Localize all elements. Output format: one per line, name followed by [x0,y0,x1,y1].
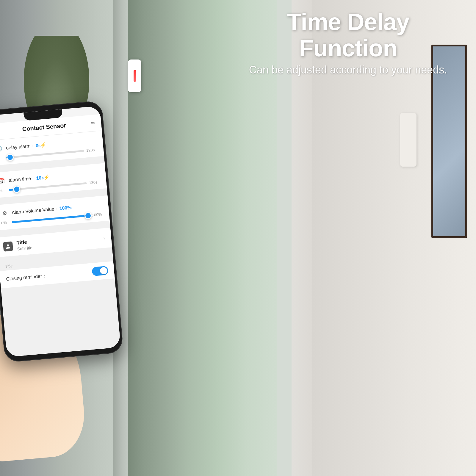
alarm-volume-icon: ⚙ [0,209,9,218]
alarm-time-separator: · [31,176,35,181]
alarm-volume-max: 100% [92,212,103,217]
alarm-volume-separator: · [54,206,59,212]
alarm-time-max: 180s [89,180,101,185]
toggle-thumb [100,267,107,275]
list-item-chevron: › [103,235,106,241]
delay-alarm-separator: · [30,143,35,149]
alarm-time-thumb[interactable] [13,185,21,193]
headline-section: Time Delay Function Can be adjusted acco… [244,9,452,76]
list-item-text: Title SubTitle [16,233,104,251]
list-item-icon [3,241,13,252]
sensor-indicator [134,70,136,82]
alarm-volume-min: 0% [1,220,10,225]
intercom [400,113,416,167]
edit-button[interactable]: ✏ [90,120,95,126]
delay-alarm-max: 120s [86,147,98,153]
closing-reminder-toggle[interactable] [92,266,108,276]
alarm-volume-thumb[interactable] [84,212,92,219]
phone-screen: ‹ Contact Sensor ✏ 🕐 delay alarm · 0s⚡ 0… [0,106,121,357]
delay-alarm-min: 0s [0,156,4,161]
delay-alarm-value: 0s⚡ [35,142,47,148]
delay-alarm-label: delay alarm [6,143,31,151]
closing-reminder-label: Closing reminder： [6,273,47,282]
alarm-time-value: 10s⚡ [36,174,50,181]
delay-alarm-icon: 🕐 [0,144,3,153]
main-title: Time Delay Function [244,9,452,61]
alarm-time-icon: 📅 [0,176,6,185]
alarm-time-min: 0s [0,188,7,193]
app-title: Contact Sensor [22,122,66,133]
sub-title: Can be adjusted according to your needs. [244,64,452,76]
delay-alarm-thumb[interactable] [6,153,14,161]
phone-container: ‹ Contact Sensor ✏ 🕐 delay alarm · 0s⚡ 0… [0,98,163,438]
alarm-time-label: alarm time [9,176,31,183]
alarm-volume-value: 100% [59,205,72,211]
app-body: 🕐 delay alarm · 0s⚡ 0s 120s [0,131,121,357]
door-sensor-device [128,60,141,92]
alarm-volume-label: Alarm Volume Value [11,206,54,215]
phone-body: ‹ Contact Sensor ✏ 🕐 delay alarm · 0s⚡ 0… [0,100,123,363]
